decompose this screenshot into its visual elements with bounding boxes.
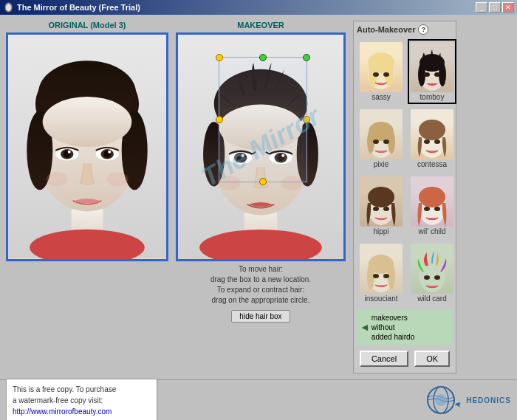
style-thumb-hippi — [360, 176, 403, 227]
panels-area: ORIGINAL (Model 3) — [6, 21, 511, 373]
hair-box-handle-top-center[interactable] — [259, 54, 267, 61]
wilchild-thumb-svg — [411, 176, 453, 227]
svg-point-75 — [434, 275, 440, 280]
style-grid: sassy — [357, 39, 453, 306]
sidebar-title-text: Auto-Makeover — [357, 25, 415, 34]
style-item-insouciant[interactable]: insouciant — [357, 241, 405, 306]
hair-box-handle-mid-right[interactable] — [303, 116, 310, 123]
makeover-no-hair-button[interactable]: ◄ makeoverswithoutadded hairdo — [357, 310, 453, 345]
svg-point-74 — [424, 275, 430, 280]
instruction-line4: drag on the appropriate circle. — [210, 295, 311, 306]
hair-box-handle-top-right[interactable] — [303, 54, 310, 61]
hair-box-handle-top-left[interactable] — [216, 54, 223, 61]
pixie-thumb-svg — [360, 109, 403, 159]
svg-point-64 — [419, 187, 445, 207]
restore-button[interactable]: □ — [489, 2, 501, 13]
svg-point-48 — [434, 72, 440, 77]
svg-point-78 — [435, 394, 447, 406]
svg-point-61 — [373, 207, 379, 211]
website-link[interactable]: http://www.mirrorofbeauty.com — [13, 407, 112, 416]
style-thumb-insouciant — [360, 244, 403, 294]
window-title: The Mirror of Beauty (Free Trial) — [17, 3, 140, 12]
tomboy-thumb-svg — [411, 42, 453, 92]
original-frame — [6, 32, 168, 261]
logo-area: HEDONICS — [421, 384, 511, 417]
app-icon: 🪞 — [3, 2, 14, 13]
makeover-face-image: The Mirror — [178, 35, 343, 259]
svg-point-16 — [108, 151, 111, 154]
minimize-button[interactable]: _ — [476, 2, 487, 13]
svg-point-47 — [424, 72, 430, 77]
window-controls: _ □ ✕ — [476, 2, 514, 13]
free-copy-notice: This is a free copy. To purchasea waterm… — [6, 379, 157, 421]
bottom-bar: This is a free copy. To purchasea waterm… — [0, 379, 517, 420]
svg-point-58 — [434, 140, 440, 144]
style-label-hippi: hippi — [373, 227, 388, 235]
svg-point-12 — [68, 151, 71, 154]
sidebar-title: Auto-Makeover ? — [357, 24, 428, 35]
original-face-svg — [8, 35, 166, 259]
style-label-wil-child: wil' child — [419, 227, 446, 235]
style-item-hippi[interactable]: hippi — [357, 173, 405, 238]
style-item-wild-card[interactable]: wild card — [408, 241, 456, 306]
instruction-line1: To move hair: — [210, 264, 311, 275]
style-thumb-contessa — [411, 109, 453, 159]
hedonics-label: HEDONICS — [466, 396, 511, 404]
hair-box-handle-mid-left[interactable] — [216, 116, 223, 123]
svg-point-72 — [383, 274, 389, 278]
style-thumb-wild-card — [411, 244, 453, 294]
contessa-thumb-svg — [411, 109, 453, 159]
hide-hair-box-button[interactable]: hide hair box — [231, 310, 290, 323]
title-bar-left: 🪞 The Mirror of Beauty (Free Trial) — [3, 2, 140, 13]
instruction-line3: To expand or contract hair: — [210, 285, 311, 295]
instruction-line2: drag the box to a new location. — [210, 275, 311, 285]
sassy-thumb-svg — [360, 42, 403, 92]
style-item-pixie[interactable]: pixie — [357, 106, 405, 171]
hair-box-handle-bottom-center[interactable] — [259, 178, 267, 185]
style-thumb-wil-child — [411, 176, 453, 227]
cancel-button[interactable]: Cancel — [360, 351, 408, 367]
wildcard-thumb-svg — [411, 244, 453, 294]
style-label-insouciant: insouciant — [364, 295, 397, 303]
svg-point-65 — [424, 207, 430, 211]
original-label: ORIGINAL (Model 3) — [49, 21, 126, 30]
style-thumb-pixie — [360, 109, 403, 159]
style-label-contessa: contessa — [417, 160, 447, 168]
svg-point-8 — [43, 97, 132, 147]
arrow-left-icon: ◄ — [360, 320, 370, 334]
svg-point-60 — [368, 187, 394, 207]
style-thumb-sassy — [360, 42, 403, 92]
svg-point-62 — [383, 207, 389, 211]
style-label-wild-card: wild card — [417, 295, 446, 303]
svg-point-56 — [419, 120, 445, 140]
hair-position-box[interactable] — [219, 57, 307, 182]
svg-point-42 — [383, 72, 389, 77]
hedonics-logo-icon — [421, 384, 462, 417]
makeover-area: MAKEOVER — [176, 21, 346, 373]
ok-button[interactable]: OK — [414, 351, 450, 367]
auto-makeover-sidebar: Auto-Makeover ? — [353, 21, 456, 373]
svg-point-41 — [373, 72, 379, 77]
help-button[interactable]: ? — [418, 24, 428, 35]
style-label-sassy: sassy — [372, 93, 391, 101]
hippi-thumb-svg — [360, 176, 403, 227]
title-bar: 🪞 The Mirror of Beauty (Free Trial) _ □ … — [0, 0, 517, 15]
svg-point-66 — [434, 207, 440, 211]
original-face-image — [8, 35, 166, 259]
style-item-wil-child[interactable]: wil' child — [408, 173, 456, 238]
style-item-tomboy[interactable]: tomboy — [408, 39, 456, 104]
style-thumb-tomboy — [411, 42, 453, 92]
svg-point-57 — [424, 140, 430, 144]
svg-point-18 — [106, 172, 128, 186]
svg-point-17 — [47, 172, 68, 186]
style-label-pixie: pixie — [374, 160, 389, 168]
free-copy-text: This is a free copy. To purchasea waterm… — [13, 384, 151, 406]
svg-point-54 — [383, 140, 389, 144]
hair-instructions: To move hair: drag the box to a new loca… — [210, 264, 311, 306]
makeover-no-hair-label: makeoverswithoutadded hairdo — [372, 313, 414, 342]
makeover-label: MAKEOVER — [237, 21, 284, 30]
close-button[interactable]: ✕ — [502, 2, 514, 13]
style-item-contessa[interactable]: contessa — [408, 106, 456, 171]
makeover-frame: The Mirror — [176, 32, 346, 261]
style-item-sassy[interactable]: sassy — [357, 39, 405, 104]
